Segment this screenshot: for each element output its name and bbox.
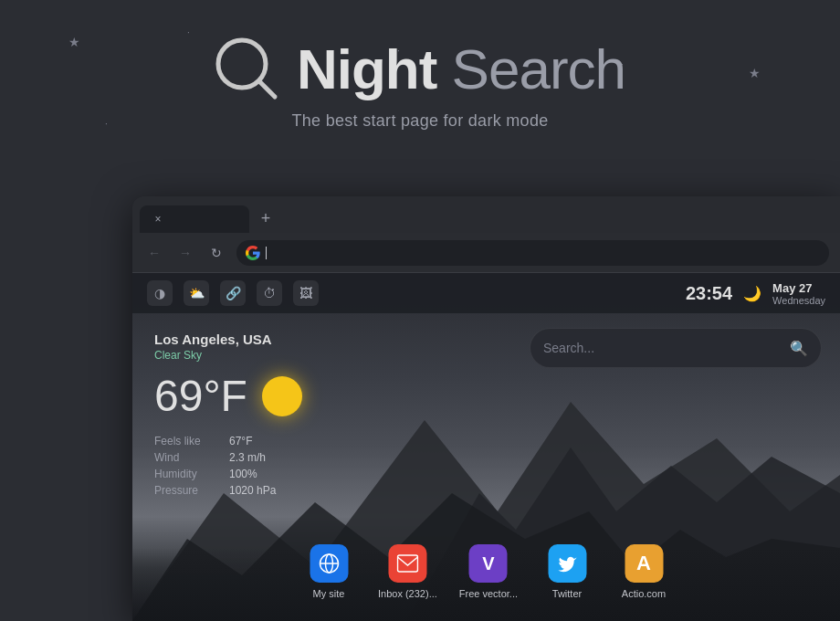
actio-icon: A [625, 544, 663, 583]
search-container: 🔍 [530, 328, 822, 368]
hero-section: Night Search The best start page for dar… [0, 37, 840, 131]
feels-like-value: 67°F [229, 435, 252, 447]
twitter-icon [548, 544, 586, 583]
weather-condition: Clear Sky [154, 349, 366, 362]
bookmark-gmail[interactable]: Inbox (232)... [378, 544, 437, 599]
time-display: 23:54 [686, 283, 732, 304]
humidity-value: 100% [229, 468, 257, 480]
url-cursor [266, 247, 267, 259]
date-info: May 27 Wednesday [772, 281, 825, 306]
datetime-display: 23:54 🌙 May 27 Wednesday [686, 281, 825, 306]
sun-icon [262, 376, 302, 416]
images-icon[interactable]: 🖼 [293, 280, 319, 306]
weather-temp-row: 69°F [154, 374, 366, 418]
search-box[interactable]: 🔍 [530, 328, 822, 368]
active-tab[interactable]: × [140, 205, 249, 233]
bookmark-twitter[interactable]: Twitter [540, 544, 594, 599]
weather-pressure-row: Pressure 1020 hPa [154, 484, 366, 497]
history-icon[interactable]: ⏱ [257, 280, 282, 306]
browser-content: ◑ ⛅ 🔗 ⏱ 🖼 23:54 🌙 May 27 Wednesday Los A… [132, 273, 840, 621]
weather-temperature: 69°F [154, 374, 247, 418]
date-weekday: Wednesday [772, 295, 825, 306]
svg-rect-8 [397, 555, 417, 572]
humidity-label: Humidity [154, 468, 218, 480]
logo-search2: Search [452, 37, 625, 100]
logo-icon [215, 37, 280, 102]
new-tab-button[interactable]: + [253, 205, 278, 231]
bookmark-freevector[interactable]: V Free vector... [459, 544, 518, 599]
mysite-label: My site [313, 588, 345, 599]
pressure-value: 1020 hPa [229, 484, 276, 497]
forward-button[interactable]: → [174, 242, 196, 264]
tab-close-button[interactable]: × [151, 212, 165, 226]
tagline: The best start page for dark mode [291, 111, 548, 131]
bookmark-actio[interactable]: A Actio.com [616, 544, 671, 599]
weather-location: Los Angeles, USA [154, 332, 366, 347]
feels-like-label: Feels like [154, 435, 218, 447]
refresh-button[interactable]: ↻ [205, 242, 227, 264]
weather-humidity-row: Humidity 100% [154, 468, 366, 480]
tab-bar: × + [132, 196, 840, 233]
gmail-label: Inbox (232)... [378, 588, 437, 599]
dark-mode-icon[interactable]: ◑ [147, 280, 173, 306]
weather-details: Feels like 67°F Wind 2.3 m/h Humidity 10… [154, 435, 366, 497]
bookmark-mysite[interactable]: My site [301, 544, 356, 599]
twitter-label: Twitter [552, 588, 582, 599]
links-icon[interactable]: 🔗 [220, 280, 246, 306]
browser-mockup: × + ← → ↻ ◑ [132, 196, 840, 621]
mysite-icon [310, 544, 348, 583]
date-day: May 27 [772, 281, 812, 295]
search-input[interactable] [543, 341, 781, 355]
freevector-icon: V [469, 544, 508, 583]
pressure-label: Pressure [154, 484, 218, 497]
address-bar: ← → ↻ [132, 233, 840, 273]
google-g-icon [246, 246, 260, 260]
content-toolbar: ◑ ⛅ 🔗 ⏱ 🖼 23:54 🌙 May 27 Wednesday [132, 273, 840, 313]
globe-icon [318, 553, 340, 574]
svg-line-1 [260, 82, 275, 97]
weather-panel: Los Angeles, USA Clear Sky 69°F Feels li… [132, 313, 388, 515]
freevector-letter: V [482, 553, 494, 574]
moon-icon: 🌙 [743, 285, 761, 302]
weather-toolbar-icon[interactable]: ⛅ [184, 280, 209, 306]
gmail-svg-icon [396, 554, 418, 573]
logo-night: Night [297, 37, 452, 100]
wind-value: 2.3 m/h [229, 451, 266, 464]
gmail-icon [388, 544, 426, 583]
back-button[interactable]: ← [143, 242, 165, 264]
logo-text: Night Search [297, 41, 625, 98]
actio-label: Actio.com [622, 588, 666, 599]
weather-feels-like-row: Feels like 67°F [154, 435, 366, 447]
bookmarks-dock: My site Inbox (232)... V Free vector... [283, 535, 689, 608]
svg-point-0 [218, 40, 266, 88]
weather-wind-row: Wind 2.3 m/h [154, 451, 366, 464]
logo-row: Night Search [215, 37, 625, 102]
actio-letter: A [636, 552, 651, 575]
url-input-box[interactable] [236, 240, 829, 266]
search-button[interactable]: 🔍 [790, 340, 808, 357]
twitter-bird-icon [557, 554, 577, 573]
freevector-label: Free vector... [459, 588, 518, 599]
wind-label: Wind [154, 451, 218, 464]
